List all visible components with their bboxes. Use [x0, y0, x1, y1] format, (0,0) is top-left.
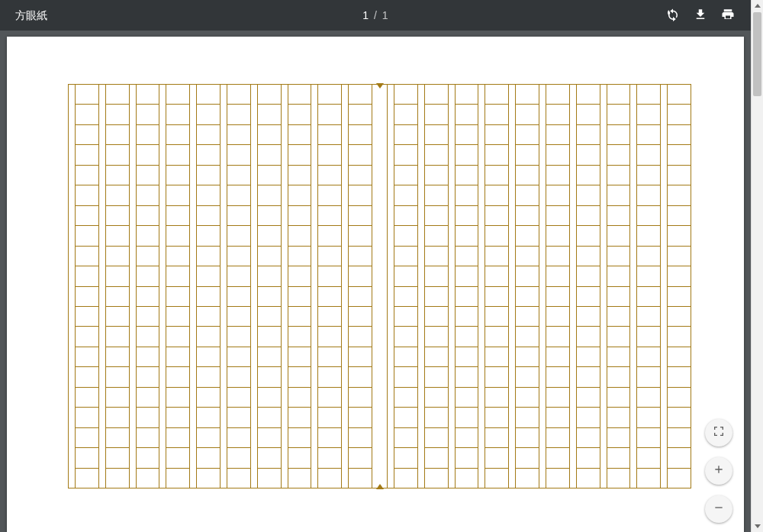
grid-cell: [258, 165, 281, 185]
scrollbar-down-arrow[interactable]: [752, 520, 763, 532]
grid-cell-column: [394, 85, 417, 488]
grid-cell: [607, 347, 630, 366]
grid-cell: [637, 185, 660, 205]
download-button[interactable]: [687, 0, 714, 31]
grid-cell: [349, 468, 372, 488]
grid-cell: [197, 104, 220, 124]
grid-cell: [137, 205, 159, 225]
grid-cell: [137, 165, 159, 185]
grid-cell: [425, 104, 448, 124]
zoom-out-button[interactable]: [705, 495, 732, 523]
grid-cell: [349, 387, 372, 407]
grid-cell: [197, 286, 220, 306]
grid-cell: [288, 447, 311, 467]
grid-cell: [516, 468, 539, 488]
grid-cell: [668, 407, 691, 427]
grid-cell: [137, 286, 159, 306]
toolbar-actions: [659, 0, 742, 31]
grid-cell: [607, 165, 630, 185]
grid-cell: [318, 407, 341, 427]
grid-cell: [394, 387, 417, 407]
grid-cell: [349, 286, 372, 306]
grid-cell: [456, 266, 478, 285]
grid-cell: [637, 366, 660, 386]
grid-cell: [394, 468, 417, 488]
page-indicator: 1 / 1: [0, 0, 751, 31]
scrollbar-thumb[interactable]: [753, 12, 761, 96]
grid-cell: [227, 306, 250, 326]
grid-cell: [106, 306, 129, 326]
grid-cell: [166, 427, 189, 447]
grid-cell: [258, 266, 281, 285]
grid-cell: [456, 246, 478, 266]
document-area[interactable]: [0, 31, 751, 532]
grid-column: [281, 85, 311, 488]
grid-cell: [106, 85, 129, 104]
grid-cell: [546, 407, 569, 427]
grid-cell: [485, 185, 508, 205]
rotate-button[interactable]: [659, 0, 687, 31]
grid-cell: [258, 246, 281, 266]
grid-cell: [349, 185, 372, 205]
scrollbar-up-arrow[interactable]: [752, 0, 763, 12]
grid-gutter: [130, 85, 136, 488]
grid-cell: [485, 286, 508, 306]
grid-column: [69, 85, 98, 488]
grid-cell: [197, 185, 220, 205]
grid-cell: [394, 144, 417, 164]
grid-cell: [394, 246, 417, 266]
print-button[interactable]: [714, 0, 742, 31]
grid-cell: [516, 407, 539, 427]
grid-cell: [349, 144, 372, 164]
grid-cell: [106, 387, 129, 407]
grid-cell: [394, 347, 417, 366]
grid-cell-column: [455, 85, 478, 488]
grid-cell: [288, 387, 311, 407]
grid-gutter: [159, 85, 166, 488]
fit-page-icon: [713, 425, 725, 440]
grid-cell: [485, 387, 508, 407]
grid-cell: [668, 246, 691, 266]
grid-cell: [137, 144, 159, 164]
grid-cell: [76, 124, 98, 144]
scrollbar-track[interactable]: [752, 12, 763, 520]
manuscript-grid: [68, 84, 691, 488]
grid-cell: [607, 205, 630, 225]
grid-cell: [349, 246, 372, 266]
grid-cell: [288, 326, 311, 346]
grid-cell: [456, 85, 478, 104]
grid-cell: [197, 225, 220, 245]
grid-cell: [456, 286, 478, 306]
grid-cell-column: [546, 85, 569, 488]
grid-cell: [607, 286, 630, 306]
grid-cell: [76, 165, 98, 185]
grid-column: [508, 85, 539, 488]
grid-cell: [577, 246, 600, 266]
grid-cell-column: [607, 85, 630, 488]
grid-cell: [577, 407, 600, 427]
grid-cell: [607, 144, 630, 164]
grid-cell: [637, 104, 660, 124]
minus-icon: [713, 501, 725, 517]
fit-page-button[interactable]: [705, 419, 732, 447]
grid-cell: [668, 104, 691, 124]
grid-cell: [637, 326, 660, 346]
window-scrollbar[interactable]: [751, 0, 763, 532]
grid-cell-column: [227, 85, 250, 488]
grid-cell: [166, 387, 189, 407]
zoom-in-button[interactable]: [705, 457, 732, 485]
grid-cell: [258, 205, 281, 225]
grid-cell: [288, 124, 311, 144]
grid-cell: [516, 427, 539, 447]
grid-cell: [577, 366, 600, 386]
grid-cell: [546, 468, 569, 488]
grid-cell: [197, 246, 220, 266]
grid-cell: [258, 144, 281, 164]
grid-cell: [668, 185, 691, 205]
grid-cell: [425, 225, 448, 245]
grid-cell: [258, 225, 281, 245]
grid-cell: [394, 266, 417, 285]
grid-cell: [394, 85, 417, 104]
grid-cell: [197, 366, 220, 386]
grid-cell: [516, 266, 539, 285]
